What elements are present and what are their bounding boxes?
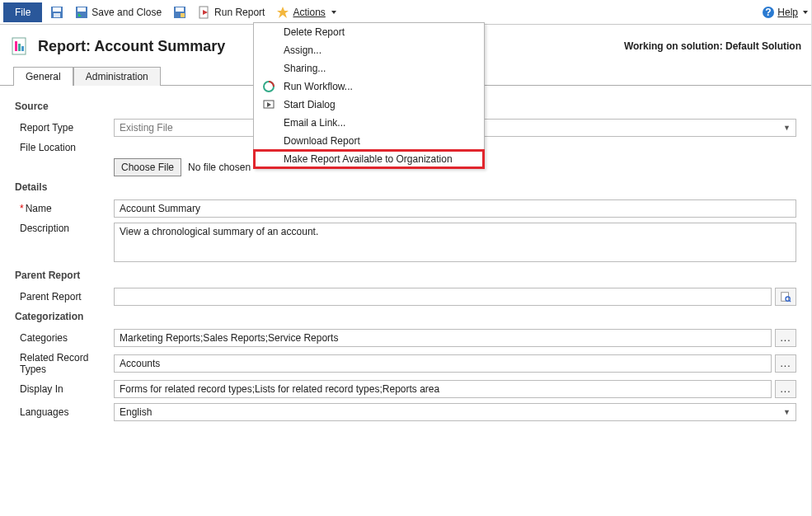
svg-rect-17 — [15, 41, 17, 51]
label-description: Description — [15, 223, 114, 234]
toolbar: File Save and Close Run Report Actions ?… — [0, 0, 811, 25]
save-as-icon — [173, 6, 186, 19]
tab-general[interactable]: General — [13, 67, 73, 86]
svg-rect-6 — [176, 7, 184, 12]
svg-rect-1 — [53, 7, 61, 12]
choose-file-button[interactable]: Choose File — [114, 158, 181, 176]
label-display-in: Display In — [15, 383, 114, 395]
label-parent-report: Parent Report — [15, 291, 114, 303]
run-report-button[interactable]: Run Report — [195, 4, 268, 21]
label-name: *Name — [15, 203, 114, 214]
report-icon — [10, 36, 30, 56]
run-report-label: Run Report — [214, 7, 265, 18]
save-and-close-button[interactable]: Save and Close — [72, 4, 165, 21]
run-report-icon — [198, 6, 211, 19]
menu-email-link[interactable]: Email a Link... — [254, 114, 484, 132]
related-record-types-input[interactable] — [114, 354, 772, 373]
categories-more-button[interactable]: ... — [775, 329, 796, 347]
chevron-down-icon — [803, 11, 808, 14]
page-title: Report: Account Summary — [38, 38, 225, 55]
label-categories: Categories — [15, 332, 114, 344]
section-parent: Parent Report — [15, 270, 796, 281]
svg-marker-10 — [277, 7, 289, 18]
no-file-label: No file chosen — [188, 162, 251, 173]
help-label: Help — [777, 7, 798, 18]
menu-sharing[interactable]: Sharing... — [254, 59, 484, 77]
chevron-down-icon: ▼ — [783, 408, 791, 416]
help-button[interactable]: ? Help — [762, 6, 808, 19]
file-button[interactable]: File — [3, 2, 42, 22]
section-categorization: Categorization — [15, 311, 796, 322]
name-input[interactable] — [114, 199, 796, 218]
display-in-more-button[interactable]: ... — [775, 380, 796, 398]
tab-administration[interactable]: Administration — [73, 67, 161, 86]
save-as-button[interactable] — [170, 4, 190, 21]
label-related-record-types: Related Record Types — [15, 352, 114, 375]
svg-rect-2 — [54, 13, 60, 17]
description-input[interactable]: View a chronological summary of an accou… — [114, 223, 796, 262]
save-icon — [50, 6, 63, 19]
menu-make-available[interactable]: Make Report Available to Organization — [254, 150, 484, 168]
svg-rect-18 — [18, 44, 21, 51]
languages-select[interactable]: English ▼ — [114, 403, 796, 421]
dialog-icon — [262, 98, 275, 111]
actions-label: Actions — [293, 7, 325, 18]
menu-start-dialog[interactable]: Start Dialog — [254, 96, 484, 114]
save-close-icon — [75, 6, 88, 19]
save-close-label: Save and Close — [92, 7, 162, 18]
section-details: Details — [15, 181, 796, 193]
svg-rect-19 — [21, 46, 24, 51]
menu-download-report[interactable]: Download Report — [254, 132, 484, 150]
svg-text:?: ? — [766, 7, 772, 18]
help-icon: ? — [762, 6, 775, 19]
menu-run-workflow[interactable]: Run Workflow... — [254, 77, 484, 96]
svg-rect-4 — [77, 7, 86, 12]
chevron-down-icon — [331, 11, 336, 14]
save-button[interactable] — [47, 4, 67, 21]
label-file-location: File Location — [15, 142, 114, 153]
menu-assign[interactable]: Assign... — [254, 41, 484, 59]
parent-report-input[interactable] — [114, 288, 772, 306]
lookup-icon — [780, 291, 791, 303]
actions-icon — [276, 6, 289, 19]
languages-value: English — [120, 406, 152, 418]
related-more-button[interactable]: ... — [775, 354, 796, 373]
report-type-value: Existing File — [120, 122, 173, 134]
categories-input[interactable] — [114, 329, 772, 347]
actions-button[interactable]: Actions — [273, 4, 339, 21]
label-report-type: Report Type — [15, 122, 114, 134]
parent-report-lookup-button[interactable] — [775, 288, 796, 306]
menu-delete-report[interactable]: Delete Report — [254, 23, 484, 41]
actions-menu: Delete Report Assign... Sharing... Run W… — [253, 22, 485, 169]
solution-label: Working on solution: Default Solution — [624, 40, 801, 52]
chevron-down-icon: ▼ — [783, 124, 791, 132]
svg-rect-7 — [181, 13, 185, 17]
workflow-icon — [262, 80, 275, 93]
display-in-input[interactable] — [114, 380, 772, 398]
svg-line-22 — [789, 300, 791, 302]
label-languages: Languages — [15, 406, 114, 418]
